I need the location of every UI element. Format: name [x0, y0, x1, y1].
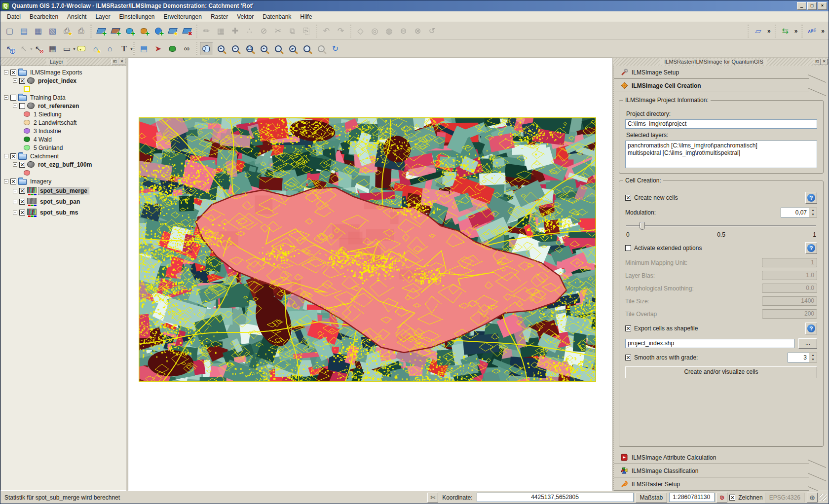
arrows-toolbar-icon[interactable]: ⇆	[779, 24, 792, 37]
menu-datei[interactable]: Datei	[2, 12, 25, 22]
browse-button[interactable]: ...	[798, 338, 817, 349]
open-attribute-table-icon[interactable]: ▦	[46, 42, 59, 55]
menu-bearbeiten[interactable]: Bearbeiten	[25, 12, 63, 22]
spin-up-icon[interactable]: ▲	[809, 208, 817, 213]
extended-options-checkbox[interactable]: Activate extended options	[625, 245, 805, 252]
ilms-panel-header[interactable]: ILMSRaster/ILMSImage for QuantumGIS ◱ ✕	[613, 58, 829, 66]
new-print-composer-icon[interactable]: ⎙★	[60, 24, 74, 37]
layers-panel-close-icon[interactable]: ✕	[118, 59, 125, 65]
save-project-as-icon[interactable]: ▧	[46, 24, 59, 37]
symbol-row[interactable]	[1, 85, 126, 93]
tree-expander-icon[interactable]: −	[13, 200, 17, 204]
modulation-spin-arrows[interactable]: ▲▼	[809, 208, 817, 217]
modulation-slider[interactable]	[626, 221, 816, 230]
layer-group-row[interactable]: −✕Imagery	[1, 177, 126, 185]
extended-options-checkmark[interactable]	[625, 245, 631, 251]
zoom-to-selection-icon[interactable]: ◻	[271, 42, 285, 55]
toolbar-overflow-chevron[interactable]: »	[821, 28, 825, 35]
layer-visibility-checkbox[interactable]: ✕	[19, 188, 25, 194]
symbol-row[interactable]: 5 Grünland	[1, 144, 126, 152]
symbol-row[interactable]: 3 Industrie	[1, 127, 126, 135]
layer-row[interactable]: −✕spot_sub_pan	[1, 196, 126, 207]
render-checkbox[interactable]: ✕ Zeichnen	[729, 494, 762, 501]
maximize-button[interactable]: □	[807, 2, 817, 10]
zoom-to-layer-icon[interactable]: ▰	[286, 42, 299, 55]
slider-handle[interactable]	[640, 222, 645, 230]
selected-layer-item[interactable]: multispektral [C:\ilms_img\rot\multispek…	[628, 149, 815, 157]
menu-layer[interactable]: Layer	[91, 12, 114, 22]
menu-erweiterungen[interactable]: Erweiterungen	[159, 12, 206, 22]
add-wms-layer-icon[interactable]: ✚	[151, 24, 165, 37]
show-bookmarks-icon[interactable]: ⌂	[103, 42, 116, 55]
smooth-arcs-checkbox[interactable]: ✕ Smooth arcs with grade:	[625, 354, 788, 361]
layer-visibility-checkbox[interactable]: ✕	[19, 103, 25, 109]
add-raster-layer-icon[interactable]: ✚	[109, 24, 122, 37]
label-toolbar-icon[interactable]: ABC	[805, 24, 819, 37]
layer-row[interactable]: −✕rot_referenzen	[1, 102, 126, 110]
layer-visibility-checkbox[interactable]: ✕	[19, 199, 25, 205]
menu-ansicht[interactable]: Ansicht	[63, 12, 91, 22]
modulation-spinbox[interactable]: 0,07 ▲▼	[781, 208, 817, 217]
layer-visibility-checkbox[interactable]: ✕	[19, 78, 25, 84]
tree-expander-icon[interactable]: −	[4, 154, 8, 158]
smooth-arcs-checkmark[interactable]: ✕	[625, 355, 631, 360]
layer-row[interactable]: −✕project_index	[1, 76, 126, 85]
pan-map-icon[interactable]	[200, 42, 213, 55]
render-checkmark[interactable]: ✕	[729, 495, 735, 501]
zoom-last-icon[interactable]: ←	[300, 42, 313, 55]
export-help-button[interactable]: ?	[805, 323, 817, 334]
save-project-icon[interactable]: ▦	[32, 24, 45, 37]
extents-toggle-icon[interactable]: ✄	[427, 493, 438, 503]
ilms-panel-close-icon[interactable]: ✕	[821, 59, 828, 65]
close-button[interactable]: ×	[818, 2, 827, 10]
layer-row[interactable]: −✕spot_sub_ms	[1, 207, 126, 218]
export-shapefile-checkbox[interactable]: ✕ Export cells as shapefile	[625, 325, 805, 332]
layer-visibility-checkbox[interactable]: ✕	[19, 162, 25, 168]
modulation-value[interactable]: 0,07	[781, 208, 809, 217]
tab-attr[interactable]: ILMSImage Attribute Calculation	[614, 451, 829, 464]
layers-panel-header[interactable]: Layer ◱ ✕	[0, 58, 126, 66]
new-project-icon[interactable]: ▢	[3, 24, 16, 37]
toolbar-overflow-chevron[interactable]: »	[794, 28, 798, 35]
python-console-icon[interactable]: ▤	[137, 42, 151, 55]
selected-layers-list[interactable]: panchromatisch [C:\ilms_img\rot\panchrom…	[625, 141, 817, 168]
create-cells-help-button[interactable]: ?	[805, 192, 817, 204]
menu-hilfe[interactable]: Hilfe	[296, 12, 316, 22]
identify-features-icon[interactable]: ↖ⓘ	[3, 42, 16, 55]
create-visualize-cells-button[interactable]: Create and/or visualize cells	[625, 366, 817, 378]
zoom-out-icon[interactable]: −	[228, 42, 242, 55]
text-annotation-icon[interactable]: T▼	[117, 42, 131, 55]
tree-expander-icon[interactable]: −	[13, 189, 17, 193]
project-directory-field[interactable]: C:\ilms_img\rot\project	[625, 119, 817, 129]
extended-options-help-button[interactable]: ?	[805, 242, 817, 254]
zoom-native-icon[interactable]: 1:1	[243, 42, 256, 55]
refresh-map-icon[interactable]: ↻	[329, 42, 342, 55]
add-vector-layer-icon[interactable]: ✚	[94, 24, 108, 37]
remove-layer-icon[interactable]: ✖	[180, 24, 193, 37]
zoom-full-extent-icon[interactable]: ✦	[257, 42, 270, 55]
ilms-panel-float-icon[interactable]: ◱	[814, 59, 821, 65]
tab-setup[interactable]: ILMSImage Setup	[614, 66, 829, 79]
layer-group-row[interactable]: −✕Training Data	[1, 93, 126, 102]
add-spatialite-layer-icon[interactable]: ✚	[137, 24, 151, 37]
zoom-in-icon[interactable]: +	[214, 42, 227, 55]
scale-field[interactable]: 1:2860781130	[669, 493, 715, 502]
tree-expander-icon[interactable]: −	[4, 70, 8, 74]
layer-visibility-checkbox[interactable]: ✕	[10, 179, 16, 184]
minimize-button[interactable]: _	[797, 2, 806, 10]
menu-einstellungen[interactable]: Einstellungen	[114, 12, 159, 22]
tree-expander-icon[interactable]: −	[4, 179, 8, 183]
open-project-icon[interactable]: ▤	[17, 24, 31, 37]
map-raster-image[interactable]	[139, 117, 596, 382]
smooth-grade-value[interactable]: 3	[788, 353, 809, 362]
tree-expander-icon[interactable]: −	[4, 95, 8, 100]
smooth-grade-spinbox[interactable]: 3 ▲▼	[788, 353, 817, 362]
symbol-row[interactable]	[1, 169, 126, 177]
plugin-dart-icon[interactable]: ➤	[151, 42, 165, 55]
layer-group-row[interactable]: −✕ILMSImage Exports	[1, 68, 126, 76]
deselect-features-icon[interactable]: ↖⊘	[32, 42, 45, 55]
symbol-row[interactable]: 2 Landwirtschaft	[1, 118, 126, 127]
dropdown-arrow-icon[interactable]: ▼	[130, 47, 133, 51]
layers-panel-float-icon[interactable]: ◱	[112, 59, 118, 65]
layer-visibility-checkbox[interactable]: ✕	[10, 153, 16, 159]
